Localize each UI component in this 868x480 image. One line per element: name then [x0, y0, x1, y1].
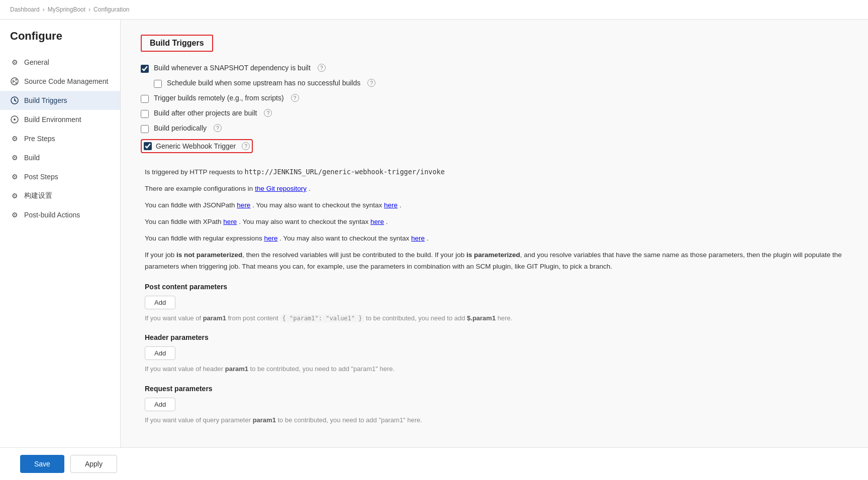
help-after-other[interactable]: ? [264, 109, 272, 117]
sidebar: Configure ⚙ General Source Code Manageme… [0, 20, 121, 480]
regex-suffix: . [427, 234, 429, 242]
svg-point-5 [14, 118, 16, 121]
request-params-hint: If you want value of query parameter par… [145, 415, 848, 426]
trigger-after-other: Build after other projects are built ? [141, 109, 848, 118]
xpath-link2[interactable]: here [370, 218, 384, 225]
label-after-other: Build after other projects are built [154, 109, 257, 117]
sidebar-title: Configure [0, 30, 120, 53]
post-content-hint: If you want value of param1 from post co… [145, 313, 848, 324]
breadcrumb-configuration: Configuration [93, 6, 129, 13]
sidebar-item-source-code[interactable]: Source Code Management [0, 72, 120, 91]
main-layout: Configure ⚙ General Source Code Manageme… [0, 20, 868, 480]
sidebar-item-post-steps[interactable]: ⚙ Post Steps [0, 167, 120, 186]
sidebar-item-general[interactable]: ⚙ General [0, 53, 120, 72]
trigger-periodically: Build periodically ? [141, 124, 848, 133]
help-schedule-upstream[interactable]: ? [367, 79, 375, 87]
trigger-remote: Trigger builds remotely (e.g., from scri… [141, 94, 848, 103]
sidebar-label-pre-steps: Pre Steps [24, 135, 55, 143]
sidebar-item-build-environment[interactable]: Build Environment [0, 110, 120, 129]
regex-link1[interactable]: here [264, 234, 277, 242]
regex-prefix: You can fiddle with regular expressions [145, 234, 264, 242]
svg-point-1 [16, 79, 17, 81]
build-environment-icon [10, 115, 19, 124]
sidebar-item-build-triggers[interactable]: Build Triggers [0, 91, 120, 110]
sidebar-label-build-environment: Build Environment [24, 115, 81, 124]
save-button[interactable]: Save [20, 455, 64, 473]
breadcrumb-sep2: › [88, 6, 90, 13]
sidebar-label-post-steps: Post Steps [24, 173, 58, 181]
sidebar-label-build: Build [24, 154, 40, 162]
checkbox-snapshot[interactable] [141, 65, 149, 73]
label-periodically: Build periodically [154, 124, 207, 132]
xpath-prefix: You can fiddle with XPath [145, 218, 223, 225]
help-webhook[interactable]: ? [242, 142, 250, 150]
webhook-trigger-row: Generic Webhook Trigger ? [141, 139, 253, 153]
trigger-url-prefix: Is triggered by HTTP requests to [145, 168, 245, 176]
help-snapshot[interactable]: ? [318, 64, 326, 72]
param-para: If your job is not parameterized, then t… [145, 250, 848, 273]
help-periodically[interactable]: ? [214, 124, 222, 132]
example-config-suffix: . [309, 185, 311, 192]
webhook-info-section: Is triggered by HTTP requests to http://… [141, 166, 848, 426]
label-schedule-upstream: Schedule build when some upstream has no… [167, 79, 360, 87]
post-build-icon: ⚙ [10, 210, 19, 219]
jsonpath-line: You can fiddle with JSONPath here . You … [145, 200, 848, 211]
breadcrumb-myspringboot[interactable]: MySpringBoot [48, 6, 85, 13]
xpath-line: You can fiddle with XPath here . You may… [145, 216, 848, 228]
build-triggers-icon [10, 96, 19, 105]
source-code-icon [10, 77, 19, 86]
add-header-params-btn[interactable]: Add [145, 346, 175, 360]
trigger-url: http://JENKINS_URL/generic-webhook-trigg… [245, 168, 445, 176]
help-remote[interactable]: ? [291, 94, 299, 102]
xpath-mid: . You may also want to checkout the synt… [239, 218, 370, 225]
xpath-link1[interactable]: here [223, 218, 237, 225]
general-icon: ⚙ [10, 58, 19, 67]
example-config-link[interactable]: the Git repository [255, 185, 307, 192]
pre-steps-icon: ⚙ [10, 134, 19, 143]
jsonpath-link1[interactable]: here [237, 201, 250, 209]
build-icon: ⚙ [10, 153, 19, 162]
trigger-snapshot: Build whenever a SNAPSHOT dependency is … [141, 64, 848, 73]
regex-line: You can fiddle with regular expressions … [145, 233, 848, 245]
post-steps-icon: ⚙ [10, 172, 19, 181]
breadcrumb: Dashboard › MySpringBoot › Configuration [0, 0, 868, 20]
header-params-hint: If you want value of header param1 to be… [145, 364, 848, 375]
header-params-heading: Header parameters [145, 333, 848, 341]
jsonpath-prefix: You can fiddle with JSONPath [145, 201, 237, 209]
regex-mid: . You may also want to checkout the synt… [279, 234, 411, 242]
label-webhook: Generic Webhook Trigger [156, 142, 236, 150]
main-content: Build Triggers Build whenever a SNAPSHOT… [121, 20, 868, 480]
sidebar-item-build-settings[interactable]: ⚙ 构建设置 [0, 186, 120, 205]
trigger-url-line: Is triggered by HTTP requests to http://… [145, 166, 848, 178]
checkbox-schedule-upstream[interactable] [154, 80, 162, 88]
checkbox-remote[interactable] [141, 95, 149, 103]
breadcrumb-dashboard[interactable]: Dashboard [10, 6, 40, 13]
breadcrumb-sep1: › [43, 6, 45, 13]
sidebar-label-general: General [24, 58, 49, 66]
sidebar-item-pre-steps[interactable]: ⚙ Pre Steps [0, 129, 120, 148]
regex-link2[interactable]: here [411, 234, 425, 242]
checkbox-webhook[interactable] [144, 142, 152, 150]
add-request-params-btn[interactable]: Add [145, 398, 175, 411]
example-config-line: There are example configurations in the … [145, 183, 848, 195]
checkbox-periodically[interactable] [141, 125, 149, 133]
example-config-prefix: There are example configurations in [145, 185, 255, 192]
jsonpath-link2[interactable]: here [384, 201, 398, 209]
footer-bar: Save Apply [0, 447, 868, 480]
add-post-content-btn[interactable]: Add [145, 296, 175, 309]
svg-point-2 [16, 82, 17, 84]
build-settings-icon: ⚙ [10, 191, 19, 200]
sidebar-label-source-code: Source Code Management [24, 77, 108, 85]
post-content-heading: Post content parameters [145, 283, 848, 291]
checkbox-after-other[interactable] [141, 110, 149, 118]
jsonpath-mid: . You may also want to checkout the synt… [252, 201, 384, 209]
trigger-schedule-upstream: Schedule build when some upstream has no… [154, 79, 848, 88]
apply-button[interactable]: Apply [70, 455, 117, 473]
sidebar-item-post-build[interactable]: ⚙ Post-build Actions [0, 205, 120, 224]
label-remote: Trigger builds remotely (e.g., from scri… [154, 94, 284, 102]
request-params-heading: Request parameters [145, 385, 848, 393]
label-snapshot: Build whenever a SNAPSHOT dependency is … [154, 64, 311, 72]
section-title: Build Triggers [141, 35, 213, 52]
xpath-suffix: . [386, 218, 388, 225]
sidebar-item-build[interactable]: ⚙ Build [0, 148, 120, 167]
